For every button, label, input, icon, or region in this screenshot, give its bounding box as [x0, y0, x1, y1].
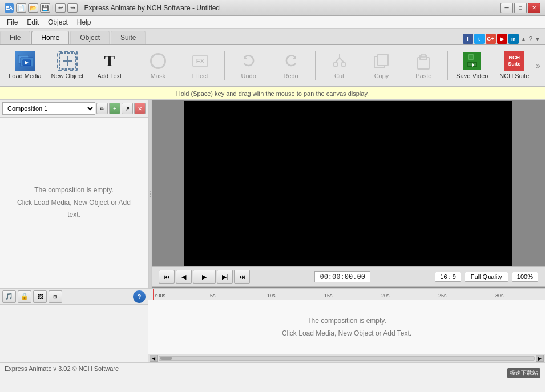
- timeline-ruler: 0:00s 5s 10s 15s 20s 25s 30s: [148, 289, 545, 300]
- redo-quick-btn[interactable]: ↪: [67, 3, 78, 13]
- new-file-btn[interactable]: 📄: [16, 3, 26, 13]
- window-controls: ─ □ ✕: [500, 3, 540, 13]
- save-video-button[interactable]: Save Video: [451, 47, 492, 84]
- comp-delete-btn[interactable]: ✕: [134, 103, 146, 114]
- tab-object[interactable]: Object: [70, 31, 110, 44]
- nch-suite-label: NCH Suite: [499, 72, 529, 80]
- time-display: 00:00:00.00: [314, 271, 370, 282]
- tl-grid-btn[interactable]: ⊞: [49, 290, 62, 303]
- separator-4: [447, 51, 448, 80]
- close-btn[interactable]: ✕: [528, 3, 540, 13]
- tl-img-btn[interactable]: 🖼: [33, 290, 47, 303]
- paste-button[interactable]: Paste: [403, 47, 444, 84]
- mask-icon: [148, 51, 168, 71]
- prev-frame-btn[interactable]: ◀: [176, 270, 192, 284]
- timeline-layer-list: [0, 305, 148, 362]
- add-text-button[interactable]: T Add Text: [89, 47, 130, 84]
- empty-line-1: The composition is empty.: [11, 184, 136, 197]
- comp-export-btn[interactable]: ↗: [122, 103, 133, 114]
- go-end-btn[interactable]: ⏭: [234, 270, 250, 284]
- twitter-icon[interactable]: t: [474, 34, 485, 44]
- svg-rect-18: [421, 54, 426, 57]
- toolbar: Load Media New Object T Add Text: [0, 45, 545, 87]
- playback-controls: ⏮ ◀ ▶ ▶| ⏭: [159, 270, 250, 284]
- new-object-icon: [57, 51, 78, 71]
- separator: |: [52, 5, 54, 11]
- quality-btn[interactable]: Full Quality: [465, 272, 508, 282]
- timeline-toolbar: 🎵 🔒 🖼 ⊞ ?: [0, 289, 148, 305]
- tab-bar: File Home Object Suite f t G+ ▶ in ▲ ? ▼: [0, 29, 545, 45]
- scroll-thumb[interactable]: [160, 357, 172, 360]
- scroll-track[interactable]: [159, 356, 535, 361]
- undo-icon: [239, 51, 259, 71]
- open-btn[interactable]: 📂: [28, 3, 38, 13]
- youtube-icon[interactable]: ▶: [497, 34, 507, 44]
- timeline-left-panel: 🎵 🔒 🖼 ⊞ ?: [0, 289, 148, 362]
- undo-quick-btn[interactable]: ↩: [55, 3, 66, 13]
- tl-empty-line-2: Click Load Media, New Object or Add Text…: [282, 328, 411, 340]
- more-icon[interactable]: ▼: [535, 36, 540, 42]
- copy-button[interactable]: Copy: [361, 47, 402, 84]
- maximize-btn[interactable]: □: [514, 3, 527, 13]
- load-media-button[interactable]: Load Media: [5, 47, 46, 84]
- canvas-display: [184, 101, 512, 266]
- next-frame-btn[interactable]: ▶|: [217, 270, 233, 284]
- nch-suite-icon: NCH Suite: [504, 51, 524, 71]
- facebook-icon[interactable]: f: [463, 34, 473, 44]
- playback-bar: ⏮ ◀ ▶ ▶| ⏭ 00:00:00.00 16 : 9 Full Quali…: [152, 266, 545, 287]
- new-object-button[interactable]: New Object: [47, 47, 88, 84]
- menu-bar: File Edit Object Help: [0, 16, 545, 29]
- tab-suite[interactable]: Suite: [111, 31, 146, 44]
- googleplus-icon[interactable]: G+: [486, 34, 496, 44]
- help-icon[interactable]: ?: [528, 35, 532, 43]
- menu-object[interactable]: Object: [43, 17, 72, 27]
- comp-add-btn[interactable]: +: [109, 103, 120, 114]
- tl-music-btn[interactable]: 🎵: [2, 290, 16, 303]
- social-icons: f t G+ ▶ in: [463, 34, 519, 44]
- load-media-label: Load Media: [9, 72, 42, 80]
- tab-home[interactable]: Home: [31, 31, 69, 44]
- ruler-15s: 15s: [324, 293, 333, 298]
- tl-lock-btn[interactable]: 🔒: [18, 290, 31, 303]
- playhead[interactable]: [153, 289, 154, 300]
- save-video-label: Save Video: [456, 72, 488, 80]
- add-text-icon: T: [99, 51, 120, 71]
- tab-bar-right: f t G+ ▶ in ▲ ? ▼: [463, 34, 546, 44]
- status-text: Express Animate v 3.02 © NCH Software: [5, 365, 119, 372]
- redo-button[interactable]: Redo: [271, 47, 312, 84]
- linkedin-icon[interactable]: in: [508, 34, 519, 44]
- comp-edit-btn[interactable]: ✏: [96, 103, 108, 114]
- play-btn[interactable]: ▶: [193, 270, 216, 284]
- mask-button[interactable]: Mask: [138, 47, 179, 84]
- scroll-left-btn[interactable]: ◀: [150, 355, 158, 362]
- zoom-btn[interactable]: 100%: [512, 272, 538, 282]
- tab-file[interactable]: File: [0, 31, 30, 44]
- copy-icon: [371, 51, 391, 71]
- composition-select[interactable]: Composition 1: [2, 102, 95, 115]
- scroll-right-btn[interactable]: ▶: [536, 355, 544, 362]
- redo-label: Redo: [283, 72, 298, 80]
- undo-button[interactable]: Undo: [228, 47, 269, 84]
- timeline-empty-message: The composition is empty. Click Load Med…: [148, 300, 545, 354]
- tl-help-btn[interactable]: ?: [133, 290, 146, 303]
- cut-button[interactable]: Cut: [319, 47, 360, 84]
- effect-label: Effect: [192, 72, 208, 80]
- mask-label: Mask: [151, 72, 165, 80]
- title-bar-left: EA 📄 📂 💾 | ↩ ↪ Express Animate by NCH So…: [5, 3, 220, 13]
- status-bar: Express Animate v 3.02 © NCH Software 极速…: [0, 362, 545, 374]
- minimize-btn[interactable]: ─: [500, 3, 513, 13]
- svg-rect-21: [469, 55, 473, 59]
- menu-file[interactable]: File: [2, 17, 22, 27]
- effect-button[interactable]: FX Effect: [180, 47, 221, 84]
- toolbar-more-btn[interactable]: »: [536, 61, 540, 70]
- menu-edit[interactable]: Edit: [22, 17, 43, 27]
- timeline-h-scrollbar: ◀ ▶: [148, 354, 545, 362]
- menu-help[interactable]: Help: [72, 17, 96, 27]
- ruler-20s: 20s: [381, 293, 390, 298]
- nch-suite-button[interactable]: NCH Suite NCH Suite: [494, 47, 535, 84]
- main-content: Composition 1 ✏ + ↗ ✕ The composition is…: [0, 100, 545, 288]
- aspect-ratio-btn[interactable]: 16 : 9: [435, 272, 461, 282]
- go-start-btn[interactable]: ⏮: [159, 270, 175, 284]
- save-btn[interactable]: 💾: [40, 3, 50, 13]
- separator-2: [224, 51, 225, 80]
